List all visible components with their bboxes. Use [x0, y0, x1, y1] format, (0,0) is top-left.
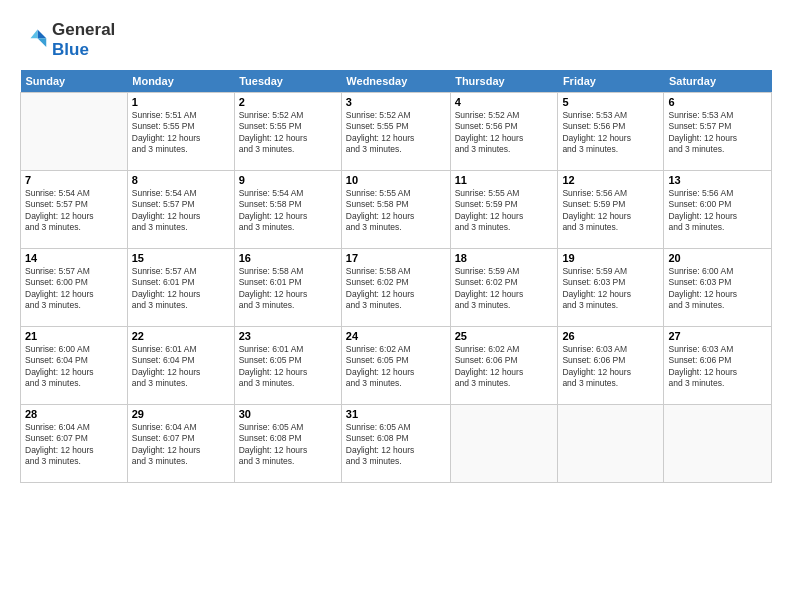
day-cell: 15Sunrise: 5:57 AM Sunset: 6:01 PM Dayli…	[127, 249, 234, 327]
day-number: 11	[455, 174, 554, 186]
week-row-1: 1Sunrise: 5:51 AM Sunset: 5:55 PM Daylig…	[21, 93, 772, 171]
day-cell: 30Sunrise: 6:05 AM Sunset: 6:08 PM Dayli…	[234, 405, 341, 483]
day-info: Sunrise: 5:55 AM Sunset: 5:59 PM Dayligh…	[455, 188, 554, 234]
day-info: Sunrise: 5:53 AM Sunset: 5:57 PM Dayligh…	[668, 110, 767, 156]
day-cell	[21, 93, 128, 171]
day-cell: 26Sunrise: 6:03 AM Sunset: 6:06 PM Dayli…	[558, 327, 664, 405]
col-header-tuesday: Tuesday	[234, 70, 341, 93]
day-number: 29	[132, 408, 230, 420]
day-info: Sunrise: 5:54 AM Sunset: 5:57 PM Dayligh…	[132, 188, 230, 234]
day-number: 9	[239, 174, 337, 186]
day-info: Sunrise: 5:56 AM Sunset: 5:59 PM Dayligh…	[562, 188, 659, 234]
col-header-saturday: Saturday	[664, 70, 772, 93]
day-number: 26	[562, 330, 659, 342]
day-cell: 17Sunrise: 5:58 AM Sunset: 6:02 PM Dayli…	[341, 249, 450, 327]
day-info: Sunrise: 6:00 AM Sunset: 6:04 PM Dayligh…	[25, 344, 123, 390]
day-number: 20	[668, 252, 767, 264]
day-cell: 28Sunrise: 6:04 AM Sunset: 6:07 PM Dayli…	[21, 405, 128, 483]
day-cell: 31Sunrise: 6:05 AM Sunset: 6:08 PM Dayli…	[341, 405, 450, 483]
day-cell: 1Sunrise: 5:51 AM Sunset: 5:55 PM Daylig…	[127, 93, 234, 171]
day-info: Sunrise: 6:03 AM Sunset: 6:06 PM Dayligh…	[562, 344, 659, 390]
day-cell: 19Sunrise: 5:59 AM Sunset: 6:03 PM Dayli…	[558, 249, 664, 327]
week-row-5: 28Sunrise: 6:04 AM Sunset: 6:07 PM Dayli…	[21, 405, 772, 483]
day-number: 1	[132, 96, 230, 108]
day-info: Sunrise: 6:05 AM Sunset: 6:08 PM Dayligh…	[239, 422, 337, 468]
day-number: 16	[239, 252, 337, 264]
day-cell: 2Sunrise: 5:52 AM Sunset: 5:55 PM Daylig…	[234, 93, 341, 171]
header: General Blue	[20, 16, 772, 60]
logo-icon	[20, 26, 48, 54]
day-number: 10	[346, 174, 446, 186]
day-number: 30	[239, 408, 337, 420]
day-number: 21	[25, 330, 123, 342]
day-cell: 24Sunrise: 6:02 AM Sunset: 6:05 PM Dayli…	[341, 327, 450, 405]
day-cell: 29Sunrise: 6:04 AM Sunset: 6:07 PM Dayli…	[127, 405, 234, 483]
day-info: Sunrise: 6:03 AM Sunset: 6:06 PM Dayligh…	[668, 344, 767, 390]
day-number: 17	[346, 252, 446, 264]
day-number: 5	[562, 96, 659, 108]
day-cell: 16Sunrise: 5:58 AM Sunset: 6:01 PM Dayli…	[234, 249, 341, 327]
day-number: 25	[455, 330, 554, 342]
day-cell: 14Sunrise: 5:57 AM Sunset: 6:00 PM Dayli…	[21, 249, 128, 327]
col-header-wednesday: Wednesday	[341, 70, 450, 93]
day-number: 7	[25, 174, 123, 186]
day-cell	[558, 405, 664, 483]
col-header-sunday: Sunday	[21, 70, 128, 93]
day-number: 12	[562, 174, 659, 186]
day-number: 15	[132, 252, 230, 264]
day-info: Sunrise: 5:55 AM Sunset: 5:58 PM Dayligh…	[346, 188, 446, 234]
day-info: Sunrise: 5:57 AM Sunset: 6:00 PM Dayligh…	[25, 266, 123, 312]
day-info: Sunrise: 6:01 AM Sunset: 6:04 PM Dayligh…	[132, 344, 230, 390]
day-info: Sunrise: 5:52 AM Sunset: 5:56 PM Dayligh…	[455, 110, 554, 156]
day-info: Sunrise: 5:53 AM Sunset: 5:56 PM Dayligh…	[562, 110, 659, 156]
day-number: 23	[239, 330, 337, 342]
day-cell	[664, 405, 772, 483]
col-header-friday: Friday	[558, 70, 664, 93]
day-number: 13	[668, 174, 767, 186]
day-cell: 18Sunrise: 5:59 AM Sunset: 6:02 PM Dayli…	[450, 249, 558, 327]
day-cell: 5Sunrise: 5:53 AM Sunset: 5:56 PM Daylig…	[558, 93, 664, 171]
day-cell: 20Sunrise: 6:00 AM Sunset: 6:03 PM Dayli…	[664, 249, 772, 327]
day-info: Sunrise: 5:56 AM Sunset: 6:00 PM Dayligh…	[668, 188, 767, 234]
day-number: 8	[132, 174, 230, 186]
calendar-table: SundayMondayTuesdayWednesdayThursdayFrid…	[20, 70, 772, 483]
day-info: Sunrise: 5:52 AM Sunset: 5:55 PM Dayligh…	[346, 110, 446, 156]
header-row: SundayMondayTuesdayWednesdayThursdayFrid…	[21, 70, 772, 93]
day-info: Sunrise: 6:01 AM Sunset: 6:05 PM Dayligh…	[239, 344, 337, 390]
day-cell: 27Sunrise: 6:03 AM Sunset: 6:06 PM Dayli…	[664, 327, 772, 405]
day-cell: 11Sunrise: 5:55 AM Sunset: 5:59 PM Dayli…	[450, 171, 558, 249]
day-info: Sunrise: 6:00 AM Sunset: 6:03 PM Dayligh…	[668, 266, 767, 312]
calendar-page: General Blue SundayMondayTuesdayWednesda…	[0, 0, 792, 612]
logo-text: General Blue	[52, 20, 115, 60]
day-cell: 9Sunrise: 5:54 AM Sunset: 5:58 PM Daylig…	[234, 171, 341, 249]
day-info: Sunrise: 5:58 AM Sunset: 6:01 PM Dayligh…	[239, 266, 337, 312]
day-info: Sunrise: 5:52 AM Sunset: 5:55 PM Dayligh…	[239, 110, 337, 156]
day-cell: 8Sunrise: 5:54 AM Sunset: 5:57 PM Daylig…	[127, 171, 234, 249]
day-info: Sunrise: 5:59 AM Sunset: 6:03 PM Dayligh…	[562, 266, 659, 312]
day-info: Sunrise: 5:58 AM Sunset: 6:02 PM Dayligh…	[346, 266, 446, 312]
svg-marker-1	[38, 38, 47, 47]
week-row-3: 14Sunrise: 5:57 AM Sunset: 6:00 PM Dayli…	[21, 249, 772, 327]
logo: General Blue	[20, 20, 115, 60]
col-header-thursday: Thursday	[450, 70, 558, 93]
day-number: 19	[562, 252, 659, 264]
day-number: 27	[668, 330, 767, 342]
day-info: Sunrise: 6:04 AM Sunset: 6:07 PM Dayligh…	[132, 422, 230, 468]
day-cell: 3Sunrise: 5:52 AM Sunset: 5:55 PM Daylig…	[341, 93, 450, 171]
day-cell: 25Sunrise: 6:02 AM Sunset: 6:06 PM Dayli…	[450, 327, 558, 405]
day-number: 14	[25, 252, 123, 264]
svg-marker-0	[38, 30, 47, 39]
day-info: Sunrise: 5:54 AM Sunset: 5:58 PM Dayligh…	[239, 188, 337, 234]
day-info: Sunrise: 6:02 AM Sunset: 6:06 PM Dayligh…	[455, 344, 554, 390]
day-cell: 10Sunrise: 5:55 AM Sunset: 5:58 PM Dayli…	[341, 171, 450, 249]
day-cell: 13Sunrise: 5:56 AM Sunset: 6:00 PM Dayli…	[664, 171, 772, 249]
day-cell: 21Sunrise: 6:00 AM Sunset: 6:04 PM Dayli…	[21, 327, 128, 405]
day-info: Sunrise: 6:02 AM Sunset: 6:05 PM Dayligh…	[346, 344, 446, 390]
day-cell: 6Sunrise: 5:53 AM Sunset: 5:57 PM Daylig…	[664, 93, 772, 171]
day-cell: 7Sunrise: 5:54 AM Sunset: 5:57 PM Daylig…	[21, 171, 128, 249]
day-info: Sunrise: 6:04 AM Sunset: 6:07 PM Dayligh…	[25, 422, 123, 468]
day-number: 4	[455, 96, 554, 108]
day-cell	[450, 405, 558, 483]
day-info: Sunrise: 5:59 AM Sunset: 6:02 PM Dayligh…	[455, 266, 554, 312]
svg-marker-2	[31, 30, 38, 39]
